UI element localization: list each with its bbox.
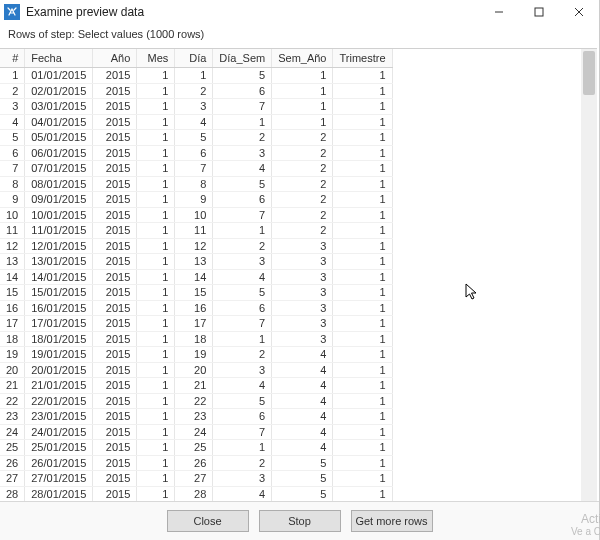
col-header-anio[interactable]: Año (93, 49, 137, 68)
cell-fecha: 18/01/2015 (25, 331, 93, 347)
table-row[interactable]: 101/01/2015201511511 (0, 68, 392, 84)
cell-trim: 1 (333, 68, 392, 84)
cell-i: 25 (0, 440, 25, 456)
cell-dia: 3 (175, 99, 213, 115)
cell-sanio: 3 (272, 300, 333, 316)
table-row[interactable]: 1717/01/20152015117731 (0, 316, 392, 332)
cell-mes: 1 (137, 83, 175, 99)
cell-mes: 1 (137, 424, 175, 440)
table-row[interactable]: 1313/01/20152015113331 (0, 254, 392, 270)
col-header-mes[interactable]: Mes (137, 49, 175, 68)
titlebar[interactable]: Examine preview data (0, 0, 599, 24)
cell-dsem: 2 (213, 347, 272, 363)
col-header-fecha[interactable]: Fecha (25, 49, 93, 68)
cell-trim: 1 (333, 486, 392, 502)
cell-dia: 7 (175, 161, 213, 177)
cell-dsem: 4 (213, 269, 272, 285)
cell-trim: 1 (333, 471, 392, 487)
cell-mes: 1 (137, 316, 175, 332)
col-header-trimestre[interactable]: Trimestre (333, 49, 392, 68)
table-row[interactable]: 808/01/2015201518521 (0, 176, 392, 192)
cell-fecha: 01/01/2015 (25, 68, 93, 84)
cell-dsem: 4 (213, 378, 272, 394)
cell-dsem: 3 (213, 471, 272, 487)
table-scroll[interactable]: # Fecha Año Mes Día Día_Sem Sem_Año Trim… (0, 49, 581, 502)
table-row[interactable]: 2626/01/20152015126251 (0, 455, 392, 471)
cell-sanio: 1 (272, 114, 333, 130)
cell-dia: 5 (175, 130, 213, 146)
cell-mes: 1 (137, 223, 175, 239)
table-row[interactable]: 1010/01/20152015110721 (0, 207, 392, 223)
cell-anio: 2015 (93, 471, 137, 487)
table-row[interactable]: 1616/01/20152015116631 (0, 300, 392, 316)
table-row[interactable]: 707/01/2015201517421 (0, 161, 392, 177)
cell-sanio: 1 (272, 68, 333, 84)
cell-anio: 2015 (93, 440, 137, 456)
cell-anio: 2015 (93, 347, 137, 363)
cell-i: 26 (0, 455, 25, 471)
cell-anio: 2015 (93, 114, 137, 130)
table-row[interactable]: 1818/01/20152015118131 (0, 331, 392, 347)
cell-dia: 13 (175, 254, 213, 270)
cell-fecha: 02/01/2015 (25, 83, 93, 99)
cell-mes: 1 (137, 68, 175, 84)
cell-sanio: 3 (272, 269, 333, 285)
table-row[interactable]: 2525/01/20152015125141 (0, 440, 392, 456)
cell-fecha: 11/01/2015 (25, 223, 93, 239)
table-row[interactable]: 2323/01/20152015123641 (0, 409, 392, 425)
table-row[interactable]: 1212/01/20152015112231 (0, 238, 392, 254)
table-row[interactable]: 2121/01/20152015121441 (0, 378, 392, 394)
col-header-sem-anio[interactable]: Sem_Año (272, 49, 333, 68)
table-row[interactable]: 2222/01/20152015122541 (0, 393, 392, 409)
cell-dsem: 6 (213, 83, 272, 99)
cell-fecha: 27/01/2015 (25, 471, 93, 487)
cell-sanio: 4 (272, 393, 333, 409)
cell-i: 9 (0, 192, 25, 208)
table-row[interactable]: 1919/01/20152015119241 (0, 347, 392, 363)
cell-mes: 1 (137, 145, 175, 161)
table-row[interactable]: 404/01/2015201514111 (0, 114, 392, 130)
col-header-index[interactable]: # (0, 49, 25, 68)
cell-dia: 25 (175, 440, 213, 456)
cell-dsem: 2 (213, 130, 272, 146)
cell-mes: 1 (137, 192, 175, 208)
cell-i: 17 (0, 316, 25, 332)
table-row[interactable]: 1111/01/20152015111121 (0, 223, 392, 239)
table-row[interactable]: 909/01/2015201519621 (0, 192, 392, 208)
cell-dia: 11 (175, 223, 213, 239)
table-row[interactable]: 1414/01/20152015114431 (0, 269, 392, 285)
minimize-button[interactable] (479, 0, 519, 24)
cell-anio: 2015 (93, 254, 137, 270)
table-row[interactable]: 505/01/2015201515221 (0, 130, 392, 146)
table-row[interactable]: 2424/01/20152015124741 (0, 424, 392, 440)
table-row[interactable]: 2828/01/20152015128451 (0, 486, 392, 502)
table-row[interactable]: 606/01/2015201516321 (0, 145, 392, 161)
close-button[interactable]: Close (167, 510, 249, 532)
get-more-rows-button[interactable]: Get more rows (351, 510, 433, 532)
close-window-button[interactable] (559, 0, 599, 24)
cell-dsem: 2 (213, 455, 272, 471)
col-header-dia[interactable]: Día (175, 49, 213, 68)
cell-sanio: 2 (272, 223, 333, 239)
cell-fecha: 04/01/2015 (25, 114, 93, 130)
stop-button[interactable]: Stop (259, 510, 341, 532)
col-header-dia-sem[interactable]: Día_Sem (213, 49, 272, 68)
cell-fecha: 22/01/2015 (25, 393, 93, 409)
cell-mes: 1 (137, 161, 175, 177)
cell-sanio: 5 (272, 486, 333, 502)
cell-trim: 1 (333, 285, 392, 301)
table-row[interactable]: 303/01/2015201513711 (0, 99, 392, 115)
cell-anio: 2015 (93, 238, 137, 254)
cell-dsem: 6 (213, 409, 272, 425)
table-row[interactable]: 202/01/2015201512611 (0, 83, 392, 99)
table-row[interactable]: 2020/01/20152015120341 (0, 362, 392, 378)
scrollbar-thumb[interactable] (583, 51, 595, 95)
table-row[interactable]: 1515/01/20152015115531 (0, 285, 392, 301)
vertical-scrollbar[interactable] (581, 49, 597, 502)
cell-dsem: 5 (213, 68, 272, 84)
cell-fecha: 03/01/2015 (25, 99, 93, 115)
maximize-button[interactable] (519, 0, 559, 24)
table-row[interactable]: 2727/01/20152015127351 (0, 471, 392, 487)
cell-dia: 1 (175, 68, 213, 84)
cell-dia: 23 (175, 409, 213, 425)
